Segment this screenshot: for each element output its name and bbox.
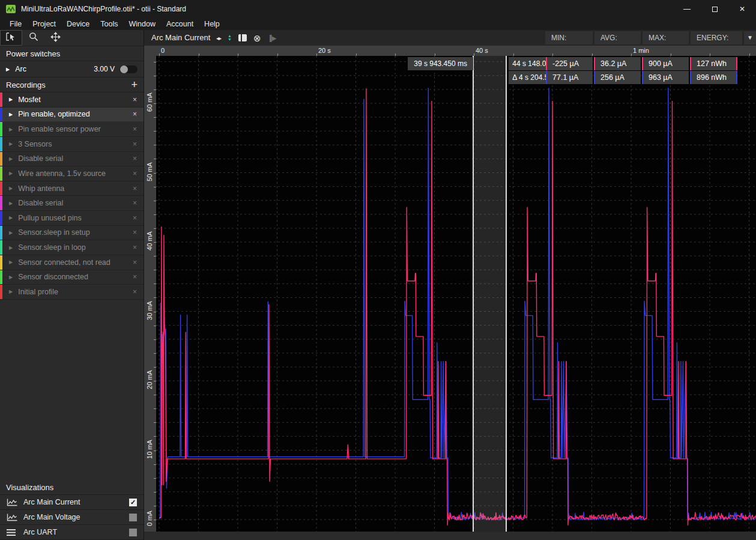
power-toggle[interactable] (119, 65, 138, 73)
close-button[interactable]: ✕ (728, 0, 756, 18)
menu-item-tools[interactable]: Tools (95, 19, 123, 29)
expand-arrow-icon[interactable]: ▶ (9, 141, 13, 147)
y-tick (154, 339, 156, 340)
recording-label: Disable serial (18, 199, 133, 207)
maximize-icon (712, 7, 718, 12)
remove-recording-icon[interactable]: × (133, 273, 137, 281)
y-tick (154, 367, 156, 368)
expand-arrow-icon[interactable]: ▶ (9, 186, 13, 191)
select-tool-button[interactable] (0, 30, 22, 46)
visualization-checkbox[interactable] (129, 529, 137, 536)
expand-arrow-icon[interactable]: ▶ (9, 156, 13, 162)
expand-arrow-icon[interactable]: ▶ (9, 97, 13, 102)
trace-pin-enable-optimized (159, 88, 756, 520)
y-tick-label: 20 mA (146, 366, 153, 393)
recording-row[interactable]: ▶Mosfet× (0, 93, 144, 108)
remove-recording-icon[interactable]: × (133, 288, 137, 296)
recording-label: Sensor connected, not read (18, 258, 133, 267)
stat-min-row2: 77.1 µA (546, 71, 593, 84)
recording-row[interactable]: ▶Sensor connected, not read× (0, 255, 144, 270)
remove-recording-icon[interactable]: × (133, 110, 137, 118)
remove-recording-icon[interactable]: × (133, 243, 137, 252)
cursor-line-2[interactable] (506, 56, 507, 532)
visualization-row[interactable]: Arc Main Current✓ (0, 495, 144, 510)
chart-plot[interactable] (156, 56, 756, 532)
menu-item-project[interactable]: Project (27, 19, 61, 29)
y-tick (154, 214, 156, 215)
recording-label: Initial profile (18, 288, 133, 296)
recording-row[interactable]: ▶Initial profile× (0, 285, 144, 300)
recording-row[interactable]: ▶Sensor.sleep in loop× (0, 240, 144, 255)
expand-arrow-icon[interactable]: ▶ (6, 67, 10, 72)
remove-recording-icon[interactable]: × (133, 154, 137, 163)
remove-recording-icon[interactable]: × (133, 228, 137, 237)
expand-arrow-icon[interactable]: ▶ (9, 245, 13, 250)
recording-row[interactable]: ▶Whip antenna× (0, 181, 144, 196)
remove-recording-icon[interactable]: × (133, 140, 137, 148)
visualization-checkbox[interactable]: ✓ (129, 499, 137, 506)
power-switch-arc[interactable]: ▶ Arc 3.00 V (0, 61, 144, 77)
recording-row[interactable]: ▶Pin enable sensor power× (0, 122, 144, 137)
remove-recording-icon[interactable]: × (133, 214, 137, 222)
y-tick-label: 40 mA (146, 228, 153, 254)
horizontal-expand-icon[interactable]: ◂▸ (216, 35, 221, 41)
add-recording-button[interactable]: + (131, 79, 138, 90)
remove-recording-icon[interactable]: × (133, 199, 137, 207)
minimize-button[interactable]: — (673, 0, 701, 18)
menu-item-window[interactable]: Window (123, 19, 160, 29)
expand-arrow-icon[interactable]: ▶ (9, 230, 13, 235)
selection-region[interactable] (473, 56, 506, 532)
maximize-button[interactable] (701, 0, 728, 18)
stat-max-row1: 900 µA (642, 57, 689, 70)
recording-row[interactable]: ▶Pullup unused pins× (0, 211, 144, 226)
expand-arrow-icon[interactable]: ▶ (9, 171, 13, 176)
remove-recording-icon[interactable]: × (133, 184, 137, 193)
visualization-row[interactable]: Arc UART (0, 525, 144, 540)
y-tick-label: 0 mA (146, 505, 153, 532)
split-view-icon[interactable] (238, 34, 247, 41)
recording-row[interactable]: ▶Disable serial× (0, 152, 144, 167)
y-tick (154, 451, 156, 451)
recording-row[interactable]: ▶Sensor.sleep in setup× (0, 226, 144, 241)
recording-row[interactable]: ▶Sensor disconnected× (0, 270, 144, 285)
y-tick (154, 228, 156, 229)
expand-arrow-icon[interactable]: ▶ (9, 112, 13, 117)
expand-arrow-icon[interactable]: ▶ (9, 127, 13, 132)
title-bar: MiniUltraLoRaWANChirpProfile.otii* - oti… (0, 0, 756, 18)
cursor-line-1[interactable] (473, 56, 474, 532)
remove-recording-icon[interactable]: × (133, 96, 137, 104)
recording-label: Sensor.sleep in setup (18, 228, 133, 237)
zoom-tool-button[interactable] (22, 30, 44, 46)
recording-color-bar (0, 108, 2, 122)
vertical-autoscale-icon[interactable]: ▲▼ (228, 34, 232, 41)
menu-item-file[interactable]: File (4, 19, 27, 29)
close-circle-icon[interactable]: ⊗ (253, 34, 261, 43)
menu-item-account[interactable]: Account (161, 19, 199, 29)
expand-arrow-icon[interactable]: ▶ (9, 201, 13, 206)
pan-tool-button[interactable] (44, 30, 67, 46)
menu-item-device[interactable]: Device (61, 19, 95, 29)
expand-arrow-icon[interactable]: ▶ (9, 215, 13, 220)
remove-recording-icon[interactable]: × (133, 258, 137, 267)
recording-row[interactable]: ▶Pin enable, optimized× (0, 108, 144, 123)
expand-arrow-icon[interactable]: ▶ (9, 275, 13, 280)
visualization-row[interactable]: Arc Main Voltage (0, 510, 144, 525)
recording-row[interactable]: ▶3 Sensors× (0, 137, 144, 152)
menu-item-help[interactable]: Help (199, 19, 225, 29)
remove-recording-icon[interactable]: × (133, 169, 137, 178)
stats-dropdown[interactable]: ▼ (744, 31, 756, 44)
recording-color-bar (0, 166, 2, 181)
remove-recording-icon[interactable]: × (133, 125, 137, 133)
recording-row[interactable]: ▶Wire antenna, 1.5v source× (0, 166, 144, 181)
visualization-checkbox[interactable] (129, 514, 137, 521)
expand-arrow-icon[interactable]: ▶ (9, 289, 13, 294)
recording-color-bar (0, 226, 2, 240)
y-tick (154, 256, 156, 256)
recording-row[interactable]: ▶Disable serial× (0, 196, 144, 211)
expand-arrow-icon[interactable]: ▶ (9, 259, 13, 265)
step-play-icon[interactable]: ▐▶ (268, 35, 277, 41)
recording-label: Pin enable sensor power (18, 125, 133, 133)
recording-color-bar (0, 122, 2, 136)
line-chart-icon (7, 499, 19, 506)
y-tick (154, 408, 156, 409)
